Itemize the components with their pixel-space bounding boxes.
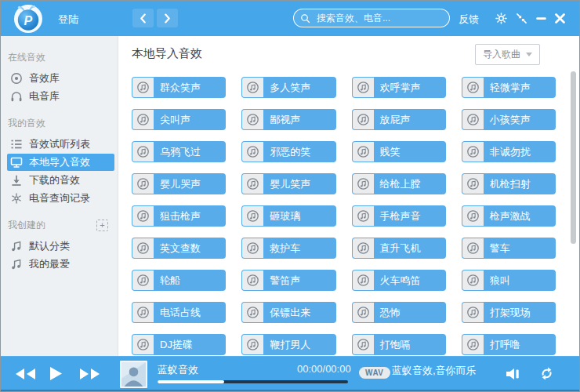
sound-effect-label: 非诚勿扰	[490, 146, 531, 158]
sound-effect-button[interactable]: 英文查数	[132, 238, 226, 259]
sound-effect-button[interactable]: 打呼噜	[462, 334, 556, 355]
sound-effect-button[interactable]: 砸玻璃	[241, 205, 335, 227]
sound-effect-button[interactable]: 小孩笑声	[462, 109, 556, 130]
sound-effect-button[interactable]: 放屁声	[352, 109, 446, 130]
music-disc-icon	[242, 238, 263, 258]
sound-effect-button[interactable]: 尖叫声	[132, 109, 226, 130]
music-disc-icon	[132, 206, 154, 226]
sound-effect-button[interactable]: 乌鸦飞过	[132, 141, 226, 162]
disc-icon	[10, 72, 24, 85]
import-songs-label: 导入歌曲	[483, 48, 520, 61]
sidebar-section-title: 我创建的+	[8, 219, 108, 232]
records-icon	[10, 192, 24, 205]
sound-effect-button[interactable]: 群众笑声	[132, 77, 226, 98]
search-box[interactable]	[293, 9, 450, 27]
avatar[interactable]	[120, 361, 147, 388]
sound-effect-button[interactable]: 轮船	[132, 270, 226, 291]
sidebar-item-label: 电音库	[29, 89, 60, 103]
sound-effect-label: 火车鸣笛	[380, 274, 421, 286]
sidebar-item[interactable]: 默认分类	[7, 238, 114, 255]
sound-effect-button[interactable]: 狙击枪声	[132, 205, 226, 227]
sidebar-item[interactable]: 电音查询记录	[7, 190, 114, 207]
scrollbar-thumb[interactable]	[571, 71, 576, 244]
next-track-icon[interactable]	[79, 368, 100, 380]
sidebar-item-label: 电音查询记录	[29, 191, 90, 205]
track-title: 蓝蚁音效	[158, 363, 198, 377]
note-icon	[10, 258, 24, 270]
loop-icon[interactable]	[539, 366, 554, 381]
sound-effect-button[interactable]: 打架现场	[462, 302, 556, 323]
music-disc-icon	[462, 206, 484, 226]
music-disc-icon	[462, 270, 484, 290]
sound-grid: 群众笑声多人笑声欢呼掌声轻微掌声尖叫声鄙视声放屁声小孩笑声乌鸦飞过邪恶的笑贱笑非…	[132, 77, 556, 355]
headphones-icon	[10, 90, 24, 103]
sound-effect-button[interactable]: 机枪扫射	[462, 173, 556, 194]
import-songs-button[interactable]: 导入歌曲	[475, 44, 540, 65]
sound-effect-label: 轮船	[160, 274, 180, 286]
sound-effect-button[interactable]: DJ搓碟	[132, 334, 226, 355]
sound-effect-button[interactable]: 轻微掌声	[462, 77, 556, 98]
music-disc-icon	[242, 142, 263, 162]
search-input[interactable]	[315, 12, 443, 24]
sound-effect-button[interactable]: 邪恶的笑	[241, 141, 335, 162]
sound-effect-label: 鄙视声	[270, 114, 300, 125]
sound-effect-button[interactable]: 火车鸣笛	[352, 270, 446, 291]
sound-effect-button[interactable]: 手枪声音	[352, 205, 446, 227]
sound-effect-label: 打架现场	[490, 307, 531, 318]
sound-effect-button[interactable]: 电话占线	[132, 302, 226, 323]
minimize-icon[interactable]	[534, 11, 548, 25]
sound-effect-button[interactable]: 鞭打男人	[241, 334, 335, 355]
play-icon[interactable]	[49, 366, 63, 381]
close-icon[interactable]	[553, 11, 567, 25]
format-badge: WAV	[359, 367, 390, 379]
sound-effect-button[interactable]: 救护车	[241, 238, 335, 259]
sidebar-item-label: 默认分类	[29, 239, 70, 253]
sound-effect-label: 救护车	[270, 242, 300, 254]
sidebar-item[interactable]: 本地导入音效	[7, 154, 114, 171]
sound-effect-button[interactable]: 鄙视声	[241, 109, 335, 130]
sidebar-item[interactable]: 音效库	[7, 70, 114, 87]
sound-effect-button[interactable]: 打饱嗝	[352, 334, 446, 355]
music-disc-icon	[242, 174, 263, 194]
sound-effect-button[interactable]: 警车	[462, 238, 556, 259]
music-disc-icon	[132, 270, 154, 290]
sound-effect-button[interactable]: 保镖出来	[241, 302, 335, 323]
sound-effect-button[interactable]: 婴儿笑声	[241, 173, 335, 194]
sidebar-item[interactable]: 电音库	[7, 88, 114, 105]
shrink-mode-icon[interactable]	[514, 11, 528, 25]
settings-gear-icon[interactable]	[494, 11, 508, 25]
sidebar-item[interactable]: 音效试听列表	[7, 136, 114, 153]
sound-effect-label: 婴儿哭声	[160, 178, 201, 190]
sound-effect-label: 邪恶的笑	[270, 146, 310, 158]
feedback-link[interactable]: 反馈	[459, 13, 479, 27]
previous-track-icon[interactable]	[15, 368, 36, 380]
sound-effect-label: 群众笑声	[160, 82, 201, 93]
sound-effect-button[interactable]: 贱笑	[352, 141, 446, 162]
time-display: 00:00/00:00	[297, 363, 351, 375]
sidebar-item[interactable]: 下载的音效	[7, 172, 114, 189]
add-category-button[interactable]: +	[96, 220, 108, 231]
sound-effect-button[interactable]: 狼叫	[462, 270, 556, 291]
sound-effect-button[interactable]: 非诚勿扰	[462, 141, 556, 162]
sound-effect-button[interactable]: 恐怖	[352, 302, 446, 323]
sound-effect-button[interactable]: 婴儿哭声	[132, 173, 226, 194]
sound-effect-button[interactable]: 枪声激战	[462, 205, 556, 227]
sound-effect-button[interactable]: 给枪上膛	[352, 173, 446, 194]
sound-effect-button[interactable]: 警笛声	[241, 270, 335, 291]
download-icon	[10, 174, 24, 187]
sound-effect-button[interactable]: 多人笑声	[241, 77, 335, 98]
music-disc-icon	[353, 335, 374, 354]
sound-effect-button[interactable]: 直升飞机	[352, 238, 446, 259]
music-disc-icon	[462, 335, 484, 354]
sound-effect-button[interactable]: 欢呼掌声	[352, 77, 446, 98]
volume-icon[interactable]	[506, 368, 521, 380]
sound-effect-label: 手枪声音	[380, 210, 421, 222]
back-button[interactable]	[132, 9, 154, 27]
sidebar-item[interactable]: 我的最爱	[7, 256, 114, 273]
progress-bar[interactable]	[158, 380, 348, 383]
music-disc-icon	[353, 270, 374, 290]
forward-button[interactable]	[157, 9, 178, 27]
music-disc-icon	[132, 238, 154, 258]
login-link[interactable]: 登陆	[58, 13, 78, 27]
sidebar-item-label: 我的最爱	[29, 257, 70, 271]
